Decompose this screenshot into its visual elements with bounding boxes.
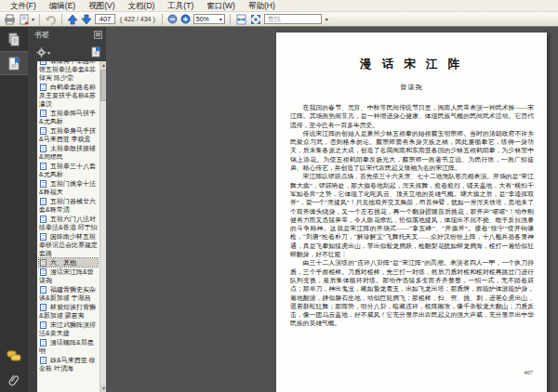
paragraph: 传说宋江阵的创始人是泉州少林五祖拳的始祖蔡玉明宗师。当时的清朝政府不许乡民聚众习… [290,129,534,172]
bookmark-item[interactable]: 白鹤拳套路名称及主要技手名称&苏瀛汉 [39,83,98,108]
tab-pages[interactable] [0,27,28,51]
bookmark-item[interactable]: 国际南少林五祖拳联谊总会比赛规定套路 [39,232,98,257]
bookmark-item[interactable]: 五祖门器械廿六套&释常清 [39,197,98,214]
page-count-label: ( 422 / 434 ) [120,16,155,22]
pages-icon [7,33,20,46]
paragraph: 在我国的春节、元宵、中秋等民间传统节日里，闽南人民常表演一种武术操——宋江阵。其… [290,103,534,129]
bookmarks-panel-title: 书签 [34,30,49,40]
zoom-out-icon [167,14,178,24]
paragraph: 宋江阵以锣鼓点场，首先依三十六天罡、七十二地煞队形亮相表演。开场的是“宋江舞大旗… [290,172,534,258]
pdf-reader-window: 文件(F) 编辑(E) 视图(V) 文档(D) 工具(T) 窗口(W) 帮助(H… [0,0,558,392]
bookmark-item[interactable]: 漫话宋江阵&曾谋尧 [39,268,98,284]
bookmark-page-icon [40,127,46,135]
bookmark-item[interactable]: 五祖拳三十八套&尤凤标 [39,162,98,178]
page-up-icon [67,14,78,25]
export-button[interactable]: ▾ [19,13,34,26]
locate-bookmark-icon[interactable] [90,46,101,58]
menu-tools[interactable]: 工具(T) [161,0,200,12]
zoom-dropdown-caret: ▾ [219,16,222,22]
bookmark-page-icon [40,321,46,329]
panel-menu-icon[interactable] [94,31,102,39]
menu-help[interactable]: 帮助(H) [242,0,282,12]
fit-page-icon [250,14,261,25]
page-down-icon [81,14,92,25]
bookmark-page-icon [40,357,46,364]
bookmark-page-icon [40,233,46,241]
page-number-input[interactable] [95,14,115,24]
document-body: 在我国的春节、元宵、中秋等民间传统节日里，闽南人民常表演一种武术操——宋江阵。其… [290,103,534,328]
bookmarks-list: 菲律宾中华国术馆五祖拳法拳套&菲律宾 陈少堂 白鹤拳套路名称及主要技手名称&苏瀛… [37,61,106,392]
document-author: 曾谋尧 [276,83,547,92]
bookmark-options-button[interactable]: ▾ [36,47,50,58]
zoom-out-button[interactable] [167,13,178,26]
tab-attachments[interactable] [0,368,28,392]
bookmark-page-icon [40,180,46,188]
bookmark-item[interactable]: 林紫煌谈打青狮&新加坡 梁君夷 [39,303,98,320]
toolbar-separator [162,14,163,25]
export-icon [19,14,31,25]
comments-icon [7,350,21,362]
bookmark-item[interactable]: 五祖门擒拿十法&释福天 [39,179,98,196]
bookmark-page-icon [40,286,46,294]
fit-width-icon [235,14,247,25]
zoom-level-value: 50% [196,16,209,22]
bookmark-page-icon [40,61,46,65]
bookmarks-scrollbar[interactable]: ▲ ▼ [100,61,106,392]
toolbar-separator [230,14,231,25]
zoom-in-icon [180,14,191,24]
navigation-tab-strip [0,27,28,392]
menu-view[interactable]: 视图(V) [82,0,121,12]
undo-icon [45,14,57,25]
zoom-in-button[interactable] [180,13,191,26]
print-button[interactable] [4,13,16,26]
bookmark-item[interactable]: 漫话螺阵&郑昆明 [39,338,98,355]
bookmark-page-icon [40,268,46,276]
next-page-button[interactable] [81,13,92,26]
bookmark-page-icon [40,84,46,91]
tab-comments[interactable] [0,344,28,368]
search-input[interactable] [264,14,322,24]
toolbar-separator [39,14,40,25]
fit-width-button[interactable] [235,13,247,26]
bookmark-item[interactable]: 福建青狮史实杂谈&新加坡 于湖昌 [39,285,98,302]
bookmark-item[interactable]: 太祖拳散技接辅&周煜民 [39,144,98,161]
bookmark-page-icon [40,163,46,170]
zoom-level-select[interactable]: 50% ▾ [193,14,225,24]
bookmark-item[interactable]: 五祖拳脚马技手&尤凤标 [39,109,98,125]
gear-dropdown-caret: ▾ [47,49,50,56]
bookmark-page-icon [40,216,46,223]
previous-page-button[interactable] [67,13,78,26]
bookmark-item[interactable]: 五祖拳身马手技&马来西亚 李载鸾 [39,126,98,143]
bookmark-page-icon [40,304,46,311]
bookmark-page-icon [40,110,46,117]
document-page-number: 407 [524,369,533,375]
document-canvas[interactable]: 漫 话 宋 江 阵 曾谋尧 在我国的春节、元宵、中秋等民间传统节日里，闽南人民常… [106,27,558,392]
menu-document[interactable]: 文档(D) [122,0,162,12]
print-icon [4,14,16,25]
previous-view-button[interactable] [45,13,57,26]
tab-bookmarks[interactable] [0,51,28,75]
bookmark-item[interactable]: 跋&马来西亚 徐金栋 叶清海 [39,356,98,372]
search-dropdown-caret[interactable]: ▾ [326,16,328,22]
bookmark-item[interactable]: 宋江武狮阵演排法&黄天捷 [39,320,98,337]
bookmark-item[interactable]: 五祖六门八法对练拳法&香港 邱于怡 [39,215,98,231]
bookmarks-panel-header: 书签 [28,27,106,43]
menu-window[interactable]: 窗口(W) [200,0,242,12]
bookmarks-panel: 书签 ▾ [28,27,106,392]
attachments-icon [7,373,20,386]
paragraph: 由三十二人演练的“连环八卦阵”是“宋江阵”的高潮。表演者四人一甲，一个执刀持盾，… [290,258,534,327]
gear-icon [36,47,46,58]
bookmark-page-icon [40,339,46,346]
fit-page-button[interactable] [250,13,261,26]
menu-file[interactable]: 文件(F) [4,0,43,12]
export-dropdown-caret[interactable]: ▾ [32,16,34,22]
bookmark-section-icon [40,259,46,267]
toolbar-separator [61,14,62,25]
document-title: 漫 话 宋 江 阵 [276,57,547,72]
bookmark-item[interactable]: 菲律宾中华国术馆五祖拳法拳套&菲律宾 陈少堂 [39,61,98,82]
bookmark-section-other[interactable]: 六、其他 [39,258,98,267]
menu-edit[interactable]: 编辑(E) [43,0,82,12]
document-page[interactable]: 漫 话 宋 江 阵 曾谋尧 在我国的春节、元宵、中秋等民间传统节日里，闽南人民常… [276,33,547,392]
menubar: 文件(F) 编辑(E) 视图(V) 文档(D) 工具(T) 窗口(W) 帮助(H… [0,0,558,12]
bookmark-page-icon [40,145,46,152]
